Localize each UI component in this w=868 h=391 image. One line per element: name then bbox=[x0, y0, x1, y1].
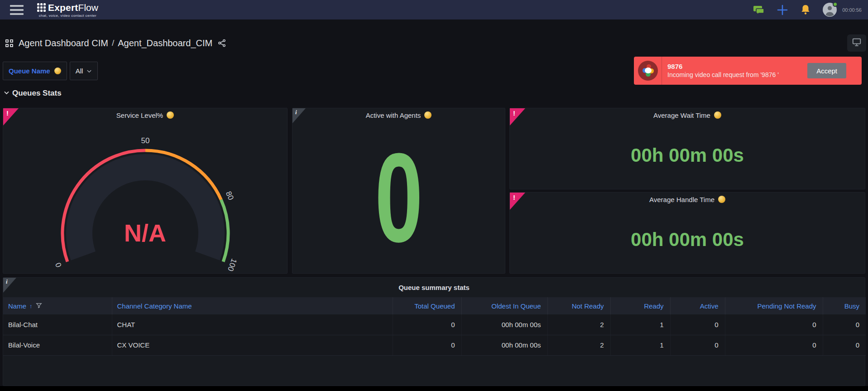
notifications-bell-icon[interactable] bbox=[800, 4, 811, 16]
logo-secondary-text: Flow bbox=[78, 2, 98, 13]
logo-tagline: chat, voice, video contact center bbox=[39, 14, 97, 18]
table-cell: 00h 00m 00s bbox=[461, 314, 547, 335]
table-cell: CX VOICE bbox=[112, 335, 393, 355]
table-cell: 1 bbox=[610, 335, 670, 355]
breadcrumb-page-name[interactable]: Agent_Dashboard_CIM bbox=[118, 38, 212, 48]
table-cell: 00h 00m 00s bbox=[461, 335, 547, 355]
filter-funnel-icon[interactable] bbox=[36, 302, 42, 310]
table-cell: Bilal-Voice bbox=[3, 335, 112, 355]
section-queues-stats[interactable]: Queues Stats bbox=[4, 89, 62, 98]
column-header[interactable]: Ready bbox=[610, 297, 670, 314]
hamburger-menu-button[interactable] bbox=[10, 5, 24, 15]
logo-mark-icon bbox=[37, 3, 46, 12]
user-avatar[interactable] bbox=[823, 3, 837, 17]
accept-call-button[interactable]: Accept bbox=[807, 63, 846, 78]
table-row: Bilal-ChatCHAT000h 00m 00s21000 bbox=[3, 314, 866, 335]
sort-ascending-icon: ↑ bbox=[29, 303, 33, 309]
breadcrumb-separator: / bbox=[112, 38, 114, 48]
table-cell: CHAT bbox=[112, 314, 393, 335]
table-cell: 2 bbox=[547, 335, 610, 355]
queue-summary-table: i Queue summary stats Name↑Channel Categ… bbox=[3, 277, 865, 386]
column-header[interactable]: Not Ready bbox=[547, 297, 610, 314]
panel-title[interactable]: Average Handle Time bbox=[510, 193, 865, 206]
panel-active-with-agents: i Active with Agents 0 bbox=[292, 108, 505, 274]
logo-primary-text: Expert bbox=[48, 2, 78, 13]
column-header[interactable]: Total Queued bbox=[393, 297, 461, 314]
breadcrumb-dashboard-link[interactable]: Agent Dashboard CIM bbox=[19, 38, 108, 48]
gold-dot-icon bbox=[54, 68, 61, 74]
table-cell: 2 bbox=[547, 314, 610, 335]
status-indicator bbox=[833, 2, 838, 7]
table-cell: 0 bbox=[393, 335, 461, 355]
table-cell: Bilal-Chat bbox=[3, 314, 112, 335]
panel-title[interactable]: Active with Agents bbox=[293, 108, 505, 122]
column-header[interactable]: Active bbox=[670, 297, 725, 314]
panel-title[interactable]: Service Level% bbox=[3, 108, 287, 122]
gauge-chart: 05080100 N/A bbox=[3, 122, 287, 273]
gauge-tick-label: 50 bbox=[141, 136, 150, 145]
table-cell: 0 bbox=[725, 335, 823, 355]
table-cell: 0 bbox=[823, 314, 866, 335]
chevron-down-icon bbox=[86, 68, 92, 74]
breadcrumb: Agent Dashboard CIM / Agent_Dashboard_CI… bbox=[5, 34, 226, 52]
gold-dot-icon bbox=[167, 111, 174, 119]
panel-service-level: ! Service Level% 05080100 N/A bbox=[3, 108, 288, 274]
stat-value: 0 bbox=[293, 122, 505, 273]
gauge-tick-label: 0 bbox=[54, 261, 63, 268]
chat-icon[interactable] bbox=[753, 5, 765, 15]
session-timer: 00:00:56 bbox=[842, 7, 862, 13]
stat-value: 00h 00m 00s bbox=[510, 122, 865, 189]
queue-name-label: Queue Name bbox=[9, 67, 50, 75]
caller-avatar-icon bbox=[638, 61, 658, 81]
gauge-value: N/A bbox=[3, 219, 287, 247]
column-header[interactable]: Channel Category Name bbox=[112, 297, 393, 314]
column-header[interactable]: Pending Not Ready bbox=[725, 297, 823, 314]
queue-name-filter[interactable]: Queue Name bbox=[3, 62, 67, 80]
kiosk-mode-button[interactable] bbox=[847, 34, 866, 52]
top-navbar: ExpertFlow chat, voice, video contact ce… bbox=[0, 0, 868, 19]
gauge-tick-label: 100 bbox=[226, 257, 239, 272]
monitor-icon bbox=[852, 37, 862, 49]
column-header[interactable]: Busy bbox=[823, 297, 866, 314]
table-cell: 0 bbox=[393, 314, 461, 335]
filter-value-dropdown[interactable]: All bbox=[70, 62, 98, 80]
caller-id: 9876 bbox=[667, 62, 807, 71]
stat-value: 00h 00m 00s bbox=[510, 206, 865, 273]
incoming-call-banner: 9876 Incoming video call request from '9… bbox=[634, 57, 862, 85]
apps-grid-icon[interactable] bbox=[5, 39, 13, 47]
table-cell: 0 bbox=[725, 314, 823, 335]
table-title[interactable]: Queue summary stats bbox=[3, 278, 865, 297]
table-cell: 0 bbox=[823, 335, 866, 355]
call-message: Incoming video call request from '9876 ' bbox=[667, 71, 807, 79]
table-row: Bilal-VoiceCX VOICE000h 00m 00s21000 bbox=[3, 335, 866, 355]
gold-dot-icon bbox=[718, 196, 725, 203]
panel-average-handle-time: ! Average Handle Time 00h 00m 00s bbox=[509, 192, 865, 274]
column-header[interactable]: Oldest In Queue bbox=[461, 297, 547, 314]
expertflow-logo[interactable]: ExpertFlow chat, voice, video contact ce… bbox=[37, 2, 98, 18]
bottom-bar bbox=[0, 386, 868, 391]
filter-selected-value: All bbox=[76, 67, 83, 75]
table-cell: 1 bbox=[610, 314, 670, 335]
table-cell: 0 bbox=[670, 314, 725, 335]
gauge-tick-label: 80 bbox=[224, 190, 235, 201]
table-cell: 0 bbox=[670, 335, 725, 355]
column-header[interactable]: Name↑ bbox=[3, 297, 112, 314]
panel-average-wait-time: ! Average Wait Time 00h 00m 00s bbox=[509, 108, 865, 189]
section-title: Queues Stats bbox=[12, 89, 62, 98]
share-icon[interactable] bbox=[218, 39, 226, 47]
dashboard-page: ExpertFlow chat, voice, video contact ce… bbox=[0, 0, 868, 391]
gold-dot-icon bbox=[714, 111, 721, 119]
section-collapse-chevron-icon bbox=[4, 89, 10, 97]
gold-dot-icon bbox=[424, 111, 432, 119]
add-icon[interactable] bbox=[777, 4, 788, 16]
panel-title[interactable]: Average Wait Time bbox=[510, 108, 865, 122]
